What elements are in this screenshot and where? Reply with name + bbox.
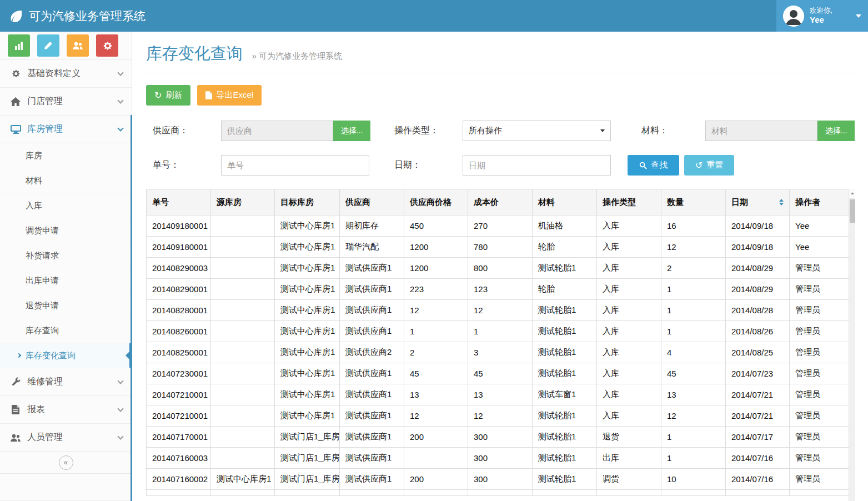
cell-supplier-price: 13	[404, 384, 468, 405]
cell-order-no: 201409180001	[147, 216, 211, 237]
edit-quick-button[interactable]	[37, 34, 59, 57]
cell-cost-price: 780	[468, 237, 533, 258]
submenu-item[interactable]: 库存查询	[0, 318, 132, 343]
sidebar-item-repair[interactable]: 维修管理	[0, 368, 132, 396]
cell-quantity: 10	[661, 469, 726, 490]
settings-quick-button[interactable]	[96, 34, 118, 57]
submenu-item[interactable]: 补货请求	[0, 243, 132, 268]
cell-quantity: 1	[661, 321, 726, 342]
cell-date: 2014/07/17	[726, 427, 790, 448]
cell-date: 2014/08/29	[726, 279, 790, 300]
gear-icon	[9, 69, 22, 78]
cell-source-warehouse	[211, 300, 275, 321]
cell-source-warehouse	[211, 321, 275, 342]
scroll-up-button[interactable]	[849, 189, 855, 198]
avatar	[783, 6, 804, 27]
column-header-date[interactable]: 日期	[726, 189, 790, 216]
bar-chart-icon	[14, 41, 24, 51]
cell-target-warehouse: 测试中心库房1	[275, 342, 340, 363]
caret-down-icon	[856, 14, 861, 18]
user-menu[interactable]: 欢迎你, Yee	[776, 0, 868, 32]
operation-type-select[interactable]: 所有操作	[463, 121, 611, 141]
app-title: 可为汽修业务管理系统	[29, 8, 145, 24]
stats-quick-button[interactable]	[8, 34, 30, 57]
table-row: 201409180001 测试中心库房1 期初库存 450 270 机油格 入库…	[147, 216, 849, 237]
cell-supplier: 测试供应商2	[340, 342, 404, 363]
export-excel-button[interactable]: 导出Excel	[197, 85, 262, 106]
arrow-up-icon	[851, 192, 854, 194]
cell-target-warehouse: 测试中心库房1	[275, 363, 340, 384]
cell-quantity: 1	[661, 448, 726, 469]
cell-source-warehouse	[211, 405, 275, 427]
cell-cost-price: 12	[468, 300, 533, 321]
cell-supplier: 测试供应商1	[340, 258, 404, 279]
cell-order-no: 201407210001	[147, 405, 211, 427]
material-input-group: 选择...	[705, 121, 855, 141]
reset-button[interactable]: ↺ 重置	[684, 155, 734, 176]
cell-target-warehouse: 测试中心库房1	[275, 405, 340, 427]
sidebar-item-reports[interactable]: 报表	[0, 396, 132, 424]
order-no-input[interactable]	[221, 155, 369, 176]
sidebar-item-basic-data[interactable]: 基础资料定义	[0, 60, 132, 88]
cell-quantity: 16	[661, 216, 726, 237]
cell-source-warehouse: 测试中心库房1	[211, 469, 275, 490]
supplier-choose-button[interactable]: 选择...	[333, 121, 370, 141]
search-button[interactable]: 查找	[628, 155, 679, 176]
cell-source-warehouse	[211, 363, 275, 384]
sidebar-item-staff[interactable]: 人员管理	[0, 424, 132, 452]
cell-material: 轮胎	[533, 279, 597, 300]
cell-operator: 管理员	[790, 405, 849, 427]
cell-order-no: 201408260001	[147, 321, 211, 342]
submenu-item[interactable]: 退货申请	[0, 293, 132, 318]
cell-quantity: 1	[661, 300, 726, 321]
material-label: 材料：	[641, 125, 705, 137]
submenu-item[interactable]: 调货申请	[0, 218, 132, 243]
submenu-item[interactable]: 库存变化查询	[0, 343, 132, 368]
cell-supplier: 期初库存	[340, 216, 404, 237]
cell-operator: 管理员	[790, 363, 849, 384]
cell-date: 2014/07/16	[726, 469, 790, 490]
material-input[interactable]	[705, 121, 817, 141]
cell-supplier: 测试供应商1	[340, 405, 404, 427]
page-header: 库存变化查询 » 可为汽修业务管理系统	[146, 32, 855, 73]
file-icon	[9, 405, 22, 414]
cell-material: 测试轮胎1	[533, 363, 597, 384]
sidebar-item-warehouse[interactable]: 库房管理	[0, 116, 132, 143]
toolbar: ↻ 刷新 导出Excel	[146, 85, 855, 106]
submenu-item[interactable]: 出库申请	[0, 268, 132, 293]
cell-material: 机油格	[533, 216, 597, 237]
cell-date: 2014/07/16	[726, 448, 790, 469]
sort-icons[interactable]	[779, 199, 784, 206]
date-input[interactable]	[463, 155, 611, 176]
sidebar: 基础资料定义 门店管理 库房管理	[0, 32, 132, 501]
cell-quantity: 1	[661, 279, 726, 300]
scrollbar-thumb[interactable]	[850, 199, 855, 223]
submenu-item[interactable]: 材料	[0, 168, 132, 193]
users-quick-button[interactable]	[67, 34, 89, 57]
cell-order-no: 201407160002	[147, 469, 211, 490]
supplier-input[interactable]	[221, 121, 333, 141]
cell-target-warehouse: 测试中心库房1	[275, 321, 340, 342]
cell-order-no: 201407170001	[147, 427, 211, 448]
table-header-row: 单号 源库房 目标库房 供应商 供应商价格 成本价 材料 操作类型 数量 日	[147, 189, 849, 216]
chevron-down-icon	[117, 69, 123, 76]
collapse-sidebar-button[interactable]: «	[59, 455, 73, 470]
refresh-button[interactable]: ↻ 刷新	[146, 85, 190, 106]
submenu-item[interactable]: 库房	[0, 143, 132, 168]
cell-order-no: 201408290003	[147, 258, 211, 279]
cell-operation-type: 入库	[597, 405, 661, 427]
cell-operator: Yee	[790, 216, 849, 237]
welcome-text: 欢迎你, Yee	[810, 7, 832, 25]
filter-row-2: 单号： 日期： 查找 ↺ 重置	[146, 155, 855, 176]
material-choose-button[interactable]: 选择...	[817, 121, 855, 141]
vertical-scrollbar[interactable]	[849, 189, 855, 501]
sidebar-item-stores[interactable]: 门店管理	[0, 88, 132, 116]
chevron-down-icon	[117, 97, 123, 103]
cell-cost-price: 800	[468, 258, 533, 279]
pencil-icon	[44, 41, 53, 50]
users-icon	[9, 433, 22, 442]
cell-operation-type: 入库	[597, 237, 661, 258]
submenu-item[interactable]: 入库	[0, 193, 132, 218]
cell-material: 测试轮胎1	[533, 427, 597, 448]
cell-source-warehouse	[211, 258, 275, 279]
